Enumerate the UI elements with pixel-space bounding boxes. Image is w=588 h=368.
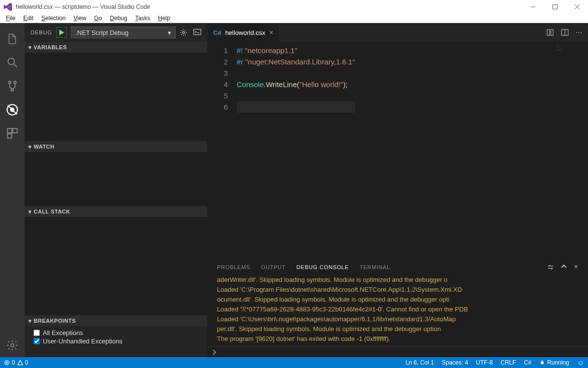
activity-search-icon[interactable] <box>0 51 25 74</box>
editor-tab-bar: C# helloworld.csx × ··· <box>207 23 588 42</box>
panel-tab-problems[interactable]: PROBLEMS <box>217 264 250 270</box>
window-titlebar: helloworld.csx — scriptdemo — Visual Stu… <box>0 0 588 13</box>
section-variables-header[interactable]: ▾VARIABLES <box>25 42 207 53</box>
panel-collapse-icon[interactable] <box>561 264 567 271</box>
status-running[interactable]: Running <box>535 357 573 368</box>
status-ln-col[interactable]: Ln 6, Col 1 <box>402 357 438 368</box>
activity-debug-icon[interactable] <box>0 98 25 122</box>
status-eol[interactable]: CRLF <box>496 357 520 368</box>
svg-rect-14 <box>551 30 553 35</box>
window-maximize-button[interactable] <box>544 0 566 13</box>
minimap[interactable]: ██████████████████ <box>557 45 588 51</box>
editor-area: C# helloworld.csx × ··· 123456 #! "netco… <box>207 23 588 357</box>
menu-edit[interactable]: Edit <box>19 14 37 23</box>
debug-console-body[interactable]: aderWriter.dll'. Skipped loading symbols… <box>207 275 588 346</box>
tab-filename: helloworld.csx <box>225 29 266 36</box>
menu-tasks[interactable]: Tasks <box>131 14 155 23</box>
debug-settings-icon[interactable] <box>180 29 187 36</box>
panel-clear-icon[interactable] <box>547 264 554 271</box>
collapse-icon: ▾ <box>29 318 32 324</box>
svg-rect-13 <box>547 30 550 35</box>
svg-point-2 <box>8 81 11 84</box>
svg-rect-9 <box>7 134 12 138</box>
bottom-panel: PROBLEMS OUTPUT DEBUG CONSOLE TERMINAL ✕… <box>207 259 588 357</box>
menu-view[interactable]: View <box>69 14 90 23</box>
debug-console-open-icon[interactable] <box>193 29 201 36</box>
svg-point-3 <box>14 81 16 84</box>
window-close-button[interactable] <box>566 0 588 13</box>
breakpoint-all-exceptions-checkbox[interactable] <box>33 330 40 336</box>
activity-settings-icon[interactable] <box>0 334 25 357</box>
panel-tab-debugconsole[interactable]: DEBUG CONSOLE <box>297 264 349 270</box>
status-encoding[interactable]: UTF-8 <box>472 357 496 368</box>
section-breakpoints-body: All Exceptions User-Unhandled Exceptions <box>25 326 207 348</box>
code-editor[interactable]: 123456 #! "netcoreapp1.1"#r "nuget:NetSt… <box>207 42 588 259</box>
dropdown-arrow-icon: ▾ <box>168 29 171 36</box>
svg-rect-8 <box>13 128 17 133</box>
section-breakpoints-header[interactable]: ▾BREAKPOINTS <box>25 315 207 326</box>
breakpoint-user-unhandled[interactable]: User-Unhandled Exceptions <box>33 337 198 345</box>
svg-point-10 <box>11 344 14 347</box>
status-feedback-icon[interactable]: ☺ <box>573 357 588 368</box>
status-errors[interactable]: 0 0 <box>0 357 32 368</box>
editor-compare-icon[interactable] <box>546 29 554 36</box>
panel-tab-terminal[interactable]: TERMINAL <box>360 264 390 270</box>
activity-files-icon[interactable] <box>0 27 25 51</box>
editor-more-icon[interactable]: ··· <box>576 28 582 37</box>
svg-point-6 <box>11 108 14 112</box>
debug-start-button[interactable] <box>56 27 67 38</box>
section-watch-header[interactable]: ▾WATCH <box>25 141 207 152</box>
status-spaces[interactable]: Spaces: 4 <box>438 357 472 368</box>
window-minimize-button[interactable] <box>522 0 544 13</box>
panel-tabs: PROBLEMS OUTPUT DEBUG CONSOLE TERMINAL ✕ <box>207 259 588 275</box>
section-watch-body <box>25 152 207 206</box>
debug-header: DEBUG .NET Script Debug ▾ <box>25 23 207 42</box>
breakpoint-all-exceptions[interactable]: All Exceptions <box>33 329 198 337</box>
svg-rect-12 <box>194 29 201 34</box>
menu-go[interactable]: Go <box>90 14 106 23</box>
menu-file[interactable]: File <box>2 14 19 23</box>
panel-tab-output[interactable]: OUTPUT <box>261 264 286 270</box>
collapse-icon: ▾ <box>29 44 32 51</box>
activity-bar <box>0 23 25 357</box>
editor-tab-helloworld[interactable]: C# helloworld.csx × <box>207 23 279 42</box>
debug-config-name: .NET Script Debug <box>75 29 128 36</box>
menu-selection[interactable]: Selection <box>37 14 69 23</box>
collapse-icon: ▾ <box>29 209 32 215</box>
collapse-icon: ▾ <box>29 144 32 150</box>
section-callstack-header[interactable]: ▾CALL STACK <box>25 206 207 217</box>
section-variables-body <box>25 53 207 141</box>
status-bar: 0 0 Ln 6, Col 1 Spaces: 4 UTF-8 CRLF C# … <box>0 357 588 368</box>
editor-split-icon[interactable] <box>561 29 569 36</box>
debug-config-select[interactable]: .NET Script Debug ▾ <box>71 27 176 38</box>
svg-rect-0 <box>553 4 557 9</box>
code-content[interactable]: #! "netcoreapp1.1"#r "nuget:NetStandard.… <box>237 42 355 259</box>
status-lang[interactable]: C# <box>520 357 535 368</box>
menu-help[interactable]: Help <box>154 14 174 23</box>
window-title: helloworld.csx — scriptdemo — Visual Stu… <box>16 3 522 10</box>
debug-label: DEBUG <box>31 30 52 35</box>
line-number-gutter: 123456 <box>207 42 237 259</box>
svg-point-11 <box>183 31 185 33</box>
vs-logo-icon <box>3 2 13 12</box>
menu-debug[interactable]: Debug <box>106 14 131 23</box>
section-callstack-body <box>25 217 207 315</box>
activity-git-icon[interactable] <box>0 74 25 98</box>
svg-point-1 <box>8 58 14 64</box>
debug-sidebar: DEBUG .NET Script Debug ▾ ▾VARIABLES ▾WA… <box>25 23 207 357</box>
svg-rect-7 <box>7 128 12 133</box>
debug-repl-input[interactable] <box>207 346 588 357</box>
breakpoint-user-unhandled-checkbox[interactable] <box>33 338 40 344</box>
menu-bar: File Edit Selection View Go Debug Tasks … <box>0 13 588 23</box>
activity-extensions-icon[interactable] <box>0 122 25 145</box>
tab-close-button[interactable]: × <box>269 29 273 36</box>
csharp-file-icon: C# <box>213 29 221 36</box>
panel-close-icon[interactable]: ✕ <box>574 264 578 271</box>
